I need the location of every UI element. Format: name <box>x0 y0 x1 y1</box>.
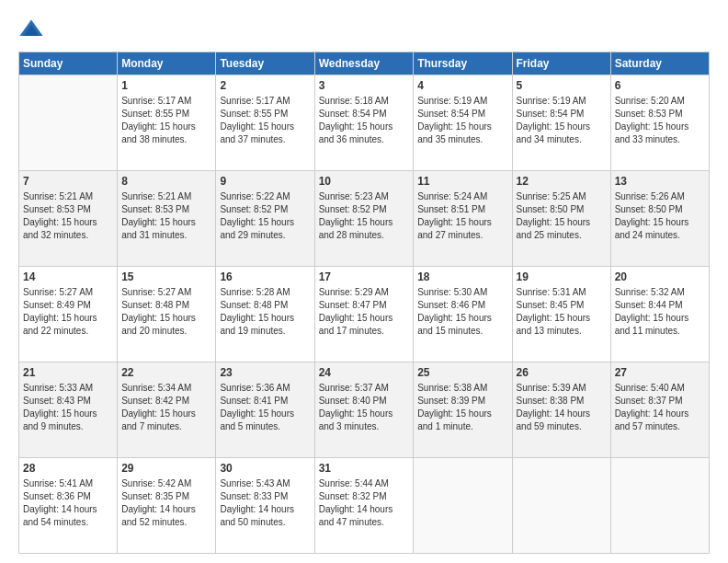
calendar: SundayMondayTuesdayWednesdayThursdayFrid… <box>18 52 710 554</box>
calendar-header-sunday: Sunday <box>19 52 118 75</box>
day-info: Sunrise: 5:28 AM Sunset: 8:48 PM Dayligh… <box>220 286 310 338</box>
day-number: 23 <box>220 365 310 380</box>
day-info: Sunrise: 5:17 AM Sunset: 8:55 PM Dayligh… <box>220 95 310 146</box>
day-info: Sunrise: 5:24 AM Sunset: 8:51 PM Dayligh… <box>417 190 507 242</box>
header <box>18 17 710 42</box>
calendar-cell: 13Sunrise: 5:26 AM Sunset: 8:50 PM Dayli… <box>610 171 709 267</box>
day-number: 28 <box>23 461 113 476</box>
day-number: 10 <box>319 174 410 189</box>
day-number: 9 <box>220 174 310 189</box>
calendar-cell: 2Sunrise: 5:17 AM Sunset: 8:55 PM Daylig… <box>216 75 314 171</box>
calendar-cell <box>414 458 512 554</box>
day-info: Sunrise: 5:42 AM Sunset: 8:35 PM Dayligh… <box>121 477 211 529</box>
day-number: 20 <box>615 270 705 284</box>
day-number: 7 <box>23 174 113 189</box>
day-number: 4 <box>417 78 507 93</box>
calendar-cell: 20Sunrise: 5:32 AM Sunset: 8:44 PM Dayli… <box>610 267 709 362</box>
day-info: Sunrise: 5:22 AM Sunset: 8:52 PM Dayligh… <box>220 190 310 242</box>
day-number: 19 <box>517 270 607 284</box>
day-info: Sunrise: 5:44 AM Sunset: 8:32 PM Dayligh… <box>319 477 410 529</box>
calendar-cell: 19Sunrise: 5:31 AM Sunset: 8:45 PM Dayli… <box>512 267 610 362</box>
day-number: 12 <box>517 174 607 189</box>
day-number: 6 <box>615 78 705 93</box>
calendar-week-row: 21Sunrise: 5:33 AM Sunset: 8:43 PM Dayli… <box>19 362 710 458</box>
day-info: Sunrise: 5:31 AM Sunset: 8:45 PM Dayligh… <box>517 286 607 338</box>
calendar-cell <box>19 75 118 171</box>
calendar-cell: 5Sunrise: 5:19 AM Sunset: 8:54 PM Daylig… <box>512 75 610 171</box>
calendar-cell: 29Sunrise: 5:42 AM Sunset: 8:35 PM Dayli… <box>118 458 216 554</box>
day-info: Sunrise: 5:26 AM Sunset: 8:50 PM Dayligh… <box>615 190 705 242</box>
day-number: 2 <box>220 78 310 93</box>
day-number: 5 <box>517 78 607 93</box>
day-number: 18 <box>417 270 507 284</box>
calendar-cell: 1Sunrise: 5:17 AM Sunset: 8:55 PM Daylig… <box>118 75 216 171</box>
day-number: 1 <box>121 78 211 93</box>
calendar-header-wednesday: Wednesday <box>314 52 414 75</box>
day-number: 29 <box>121 461 211 476</box>
calendar-header-row: SundayMondayTuesdayWednesdayThursdayFrid… <box>19 52 710 75</box>
day-info: Sunrise: 5:18 AM Sunset: 8:54 PM Dayligh… <box>319 95 410 146</box>
day-info: Sunrise: 5:43 AM Sunset: 8:33 PM Dayligh… <box>220 477 310 529</box>
day-info: Sunrise: 5:36 AM Sunset: 8:41 PM Dayligh… <box>220 382 310 433</box>
day-number: 27 <box>615 365 705 380</box>
calendar-header-tuesday: Tuesday <box>216 52 314 75</box>
calendar-week-row: 1Sunrise: 5:17 AM Sunset: 8:55 PM Daylig… <box>19 75 710 171</box>
day-info: Sunrise: 5:27 AM Sunset: 8:48 PM Dayligh… <box>121 286 211 338</box>
day-info: Sunrise: 5:33 AM Sunset: 8:43 PM Dayligh… <box>23 382 113 433</box>
day-info: Sunrise: 5:34 AM Sunset: 8:42 PM Dayligh… <box>121 382 211 433</box>
calendar-cell: 14Sunrise: 5:27 AM Sunset: 8:49 PM Dayli… <box>19 267 118 362</box>
calendar-cell: 26Sunrise: 5:39 AM Sunset: 8:38 PM Dayli… <box>512 362 610 458</box>
day-number: 21 <box>23 365 113 380</box>
day-info: Sunrise: 5:30 AM Sunset: 8:46 PM Dayligh… <box>417 286 507 338</box>
calendar-cell: 11Sunrise: 5:24 AM Sunset: 8:51 PM Dayli… <box>414 171 512 267</box>
calendar-cell: 16Sunrise: 5:28 AM Sunset: 8:48 PM Dayli… <box>216 267 314 362</box>
day-info: Sunrise: 5:25 AM Sunset: 8:50 PM Dayligh… <box>517 190 607 242</box>
calendar-cell: 3Sunrise: 5:18 AM Sunset: 8:54 PM Daylig… <box>314 75 414 171</box>
calendar-cell: 28Sunrise: 5:41 AM Sunset: 8:36 PM Dayli… <box>19 458 118 554</box>
logo-icon <box>18 17 44 42</box>
calendar-cell: 25Sunrise: 5:38 AM Sunset: 8:39 PM Dayli… <box>414 362 512 458</box>
day-number: 22 <box>121 365 211 380</box>
day-number: 13 <box>615 174 705 189</box>
day-info: Sunrise: 5:21 AM Sunset: 8:53 PM Dayligh… <box>121 190 211 242</box>
calendar-week-row: 28Sunrise: 5:41 AM Sunset: 8:36 PM Dayli… <box>19 458 710 554</box>
day-number: 8 <box>121 174 211 189</box>
calendar-header-thursday: Thursday <box>414 52 512 75</box>
day-number: 30 <box>220 461 310 476</box>
day-info: Sunrise: 5:17 AM Sunset: 8:55 PM Dayligh… <box>121 95 211 146</box>
calendar-cell: 27Sunrise: 5:40 AM Sunset: 8:37 PM Dayli… <box>610 362 709 458</box>
day-number: 3 <box>319 78 410 93</box>
calendar-cell: 18Sunrise: 5:30 AM Sunset: 8:46 PM Dayli… <box>414 267 512 362</box>
calendar-cell: 30Sunrise: 5:43 AM Sunset: 8:33 PM Dayli… <box>216 458 314 554</box>
day-info: Sunrise: 5:41 AM Sunset: 8:36 PM Dayligh… <box>23 477 113 529</box>
day-info: Sunrise: 5:27 AM Sunset: 8:49 PM Dayligh… <box>23 286 113 338</box>
page: SundayMondayTuesdayWednesdayThursdayFrid… <box>0 0 728 563</box>
day-number: 25 <box>417 365 507 380</box>
day-info: Sunrise: 5:32 AM Sunset: 8:44 PM Dayligh… <box>615 286 705 338</box>
calendar-cell: 21Sunrise: 5:33 AM Sunset: 8:43 PM Dayli… <box>19 362 118 458</box>
day-info: Sunrise: 5:38 AM Sunset: 8:39 PM Dayligh… <box>417 382 507 433</box>
day-number: 11 <box>417 174 507 189</box>
calendar-header-friday: Friday <box>512 52 610 75</box>
day-info: Sunrise: 5:19 AM Sunset: 8:54 PM Dayligh… <box>417 95 507 146</box>
calendar-cell: 6Sunrise: 5:20 AM Sunset: 8:53 PM Daylig… <box>610 75 709 171</box>
calendar-cell: 8Sunrise: 5:21 AM Sunset: 8:53 PM Daylig… <box>118 171 216 267</box>
calendar-cell <box>610 458 709 554</box>
day-number: 16 <box>220 270 310 284</box>
calendar-cell: 15Sunrise: 5:27 AM Sunset: 8:48 PM Dayli… <box>118 267 216 362</box>
calendar-week-row: 7Sunrise: 5:21 AM Sunset: 8:53 PM Daylig… <box>19 171 710 267</box>
day-number: 17 <box>319 270 410 284</box>
calendar-cell: 10Sunrise: 5:23 AM Sunset: 8:52 PM Dayli… <box>314 171 414 267</box>
calendar-cell: 22Sunrise: 5:34 AM Sunset: 8:42 PM Dayli… <box>118 362 216 458</box>
day-number: 31 <box>319 461 410 476</box>
calendar-cell: 24Sunrise: 5:37 AM Sunset: 8:40 PM Dayli… <box>314 362 414 458</box>
calendar-cell <box>512 458 610 554</box>
logo <box>18 17 48 42</box>
day-info: Sunrise: 5:19 AM Sunset: 8:54 PM Dayligh… <box>517 95 607 146</box>
calendar-cell: 4Sunrise: 5:19 AM Sunset: 8:54 PM Daylig… <box>414 75 512 171</box>
calendar-cell: 23Sunrise: 5:36 AM Sunset: 8:41 PM Dayli… <box>216 362 314 458</box>
day-info: Sunrise: 5:40 AM Sunset: 8:37 PM Dayligh… <box>615 382 705 433</box>
calendar-cell: 12Sunrise: 5:25 AM Sunset: 8:50 PM Dayli… <box>512 171 610 267</box>
day-info: Sunrise: 5:37 AM Sunset: 8:40 PM Dayligh… <box>319 382 410 433</box>
day-number: 15 <box>121 270 211 284</box>
